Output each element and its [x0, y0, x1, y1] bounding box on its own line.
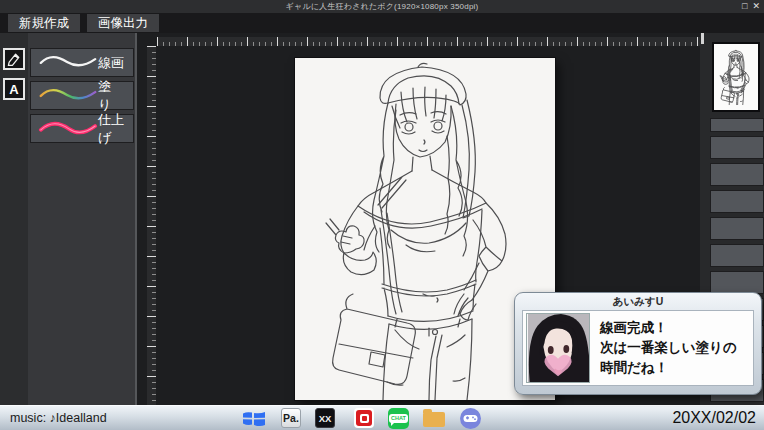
windows-flag-icon	[241, 415, 267, 430]
dialog-speaker-name: あいみすU	[515, 295, 761, 309]
video-app-icon[interactable]	[354, 408, 374, 428]
title-bar: ギャルに人生狂わされたボク(1920×1080px 350dpi) □ ✕	[0, 0, 764, 13]
dialog-body: 線画完成！ 次は一番楽しい塗りの 時間だね！	[522, 310, 754, 386]
tool-column: A	[0, 33, 28, 405]
layer-panel: 線画 塗り	[28, 33, 135, 405]
text-tool-icon: A	[9, 82, 18, 97]
thumbnail-drawing	[715, 46, 757, 108]
layer-row[interactable]	[710, 217, 764, 240]
dialog-line: 時間だね！	[600, 358, 737, 378]
avatar	[526, 313, 590, 383]
rainbow-wave-icon	[38, 85, 98, 107]
maximize-button[interactable]: □	[742, 1, 747, 11]
layer-row[interactable]	[710, 118, 764, 132]
date-display: 20XX/02/02	[672, 409, 756, 427]
menu-bar: 新規作成 画像出力	[0, 13, 764, 33]
taskbar: music: ♪Idealland Pa. XX CHAT	[0, 405, 764, 430]
start-button[interactable]	[241, 408, 267, 430]
layer-button-coloring[interactable]: 塗り	[30, 81, 134, 110]
music-label: music:	[10, 411, 46, 425]
window-title: ギャルに人生狂わされたボク(1920×1080px 350dpi)	[0, 1, 764, 12]
layer-button-finishing[interactable]: 仕上げ	[30, 114, 134, 143]
music-status: music: ♪Idealland	[10, 411, 107, 425]
pen-icon	[6, 51, 22, 67]
export-image-button[interactable]: 画像出力	[87, 14, 159, 32]
chat-bubble-label: CHAT	[389, 414, 408, 424]
layer-label: 塗り	[98, 78, 124, 114]
layer-row[interactable]	[710, 271, 764, 294]
close-button[interactable]: ✕	[752, 1, 760, 11]
layer-row[interactable]	[710, 190, 764, 213]
new-file-button[interactable]: 新規作成	[8, 14, 80, 32]
dialog-text: 線画完成！ 次は一番楽しい塗りの 時間だね！	[600, 318, 737, 378]
music-track: ♪Idealland	[50, 411, 107, 425]
folder-icon[interactable]	[423, 412, 445, 427]
character-dialog[interactable]: あいみすU 線画完成！ 次は一番楽しい塗りの 時間だね！	[514, 292, 762, 395]
chat-app-icon[interactable]: CHAT	[388, 408, 409, 429]
pen-tool-button[interactable]	[3, 48, 25, 70]
paint-app-icon[interactable]: Pa.	[281, 408, 301, 428]
layer-button-lineart[interactable]: 線画	[30, 48, 134, 77]
layer-label: 線画	[98, 54, 124, 72]
lineart-wave-icon	[38, 52, 98, 74]
layer-label: 仕上げ	[98, 111, 124, 147]
scrollbar-thumb[interactable]	[701, 33, 704, 44]
paint-app-window: ギャルに人生狂わされたボク(1920×1080px 350dpi) □ ✕ 新規…	[0, 0, 764, 430]
text-tool-button[interactable]: A	[3, 78, 25, 100]
game-app-icon[interactable]	[460, 408, 481, 429]
horizontal-ruler	[157, 37, 700, 46]
xx-app-icon[interactable]: XX	[315, 408, 335, 428]
game-controller-icon	[463, 410, 478, 428]
navigator-thumbnail[interactable]	[712, 42, 760, 112]
dialog-line: 次は一番楽しい塗りの	[600, 338, 737, 358]
layer-row[interactable]	[710, 163, 764, 186]
layer-row[interactable]	[710, 244, 764, 267]
dialog-line: 線画完成！	[600, 318, 737, 338]
vertical-ruler	[147, 46, 156, 405]
pink-wave-icon	[38, 118, 98, 140]
layer-row[interactable]	[710, 136, 764, 159]
